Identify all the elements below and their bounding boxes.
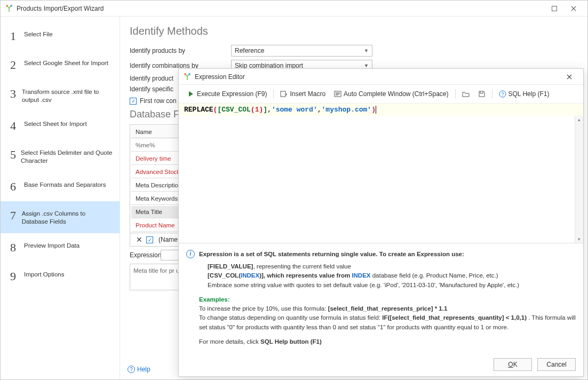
auto-complete-icon (334, 90, 341, 98)
help-circle-icon: ? (499, 90, 506, 98)
folder-open-icon (462, 90, 470, 98)
mapping-checkbox[interactable]: ✓ (146, 236, 153, 243)
info-icon: i (186, 250, 195, 258)
first-row-checkbox[interactable]: ✓ (130, 98, 137, 105)
sql-help-button[interactable]: ? SQL Help (F1) (496, 88, 553, 100)
section-heading: Identify Methods (130, 25, 578, 37)
step-assign-columns[interactable]: 7Assign .csv Columns to Database Fields (1, 201, 120, 233)
step-select-google-sheet[interactable]: 2Select Google Sheet for Import (1, 51, 120, 80)
save-icon (478, 90, 486, 98)
mapping-label: (Name (158, 236, 178, 243)
open-folder-button[interactable] (459, 88, 473, 100)
expression-editor-dialog: Expression Editor Execute Expression (F9… (178, 68, 584, 377)
window-close-button[interactable] (564, 1, 583, 16)
svg-point-3 (184, 73, 186, 75)
svg-text:?: ? (501, 91, 504, 97)
chevron-down-icon: ▼ (364, 63, 369, 68)
step-select-sheet[interactable]: 4Select Sheet for Import (1, 112, 120, 140)
expression-toolbar: Execute Expression (F9) Insert Macro Aut… (179, 85, 583, 103)
insert-macro-button[interactable]: Insert Macro (277, 88, 329, 100)
chevron-down-icon: ▼ (364, 48, 369, 53)
identify-products-select[interactable]: Reference▼ (231, 45, 372, 57)
window-title: Products Import/Export Wizard (17, 5, 545, 12)
expression-label: Expression (130, 251, 161, 259)
svg-point-1 (10, 5, 12, 7)
identify-products-label: Identify products by (130, 47, 231, 54)
ok-button[interactable]: OK (494, 358, 532, 371)
svg-rect-5 (281, 91, 285, 97)
scroll-down-icon[interactable]: ▾ (578, 235, 581, 243)
auto-complete-button[interactable]: Auto Complete Window (Ctrl+Space) (331, 88, 451, 100)
svg-point-0 (6, 5, 8, 7)
svg-rect-2 (552, 6, 557, 11)
vertical-scrollbar[interactable]: ▴▾ (575, 116, 583, 243)
maximize-button[interactable] (545, 1, 564, 16)
dialog-title: Expression Editor (195, 73, 560, 81)
step-delimiter[interactable]: 5Select Fields Delimiter and Quote Chara… (1, 140, 120, 172)
code-whitespace[interactable]: ▴▾ (179, 116, 583, 243)
app-icon (5, 4, 13, 13)
help-icon: ? (128, 366, 135, 373)
step-base-formats[interactable]: 6Base Formats and Separators (1, 172, 120, 201)
step-select-file[interactable]: 1Select File (1, 22, 120, 51)
expression-help-panel: i Expression is a set of SQL statements … (179, 243, 583, 353)
play-icon (187, 90, 195, 98)
cancel-button[interactable]: Cancel (537, 358, 576, 371)
wizard-steps-sidebar: 1Select File 2Select Google Sheet for Im… (1, 17, 120, 379)
app-icon (183, 73, 192, 81)
remove-mapping-icon[interactable]: ✕ (134, 235, 144, 244)
execute-expression-button[interactable]: Execute Expression (F9) (184, 88, 270, 100)
insert-macro-icon (280, 90, 288, 98)
svg-point-4 (188, 73, 190, 75)
step-preview[interactable]: 8Preview Import Data (1, 233, 120, 262)
save-button[interactable] (475, 88, 489, 100)
main-titlebar: Products Import/Export Wizard (1, 1, 587, 17)
step-import-options[interactable]: 9Import Options (1, 262, 120, 291)
first-row-label: First row con (140, 97, 177, 105)
step-transform-xml[interactable]: 3Transform source .xml file to output .c… (1, 80, 120, 112)
dialog-close-button[interactable] (560, 69, 579, 84)
scroll-up-icon[interactable]: ▴ (578, 116, 581, 123)
help-link[interactable]: ?Help (128, 366, 150, 373)
expression-code-editor[interactable]: REPLACE([CSV_COL(1)],'some word','myshop… (179, 103, 583, 116)
